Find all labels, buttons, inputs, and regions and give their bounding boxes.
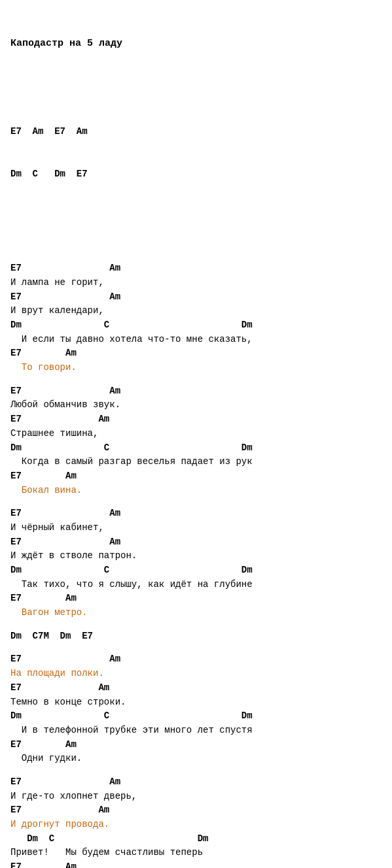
- verse-5-line-0: E7 Am: [10, 775, 382, 790]
- verse-2-line-5: Так тихо, что я слышу, как идёт на глуби…: [10, 578, 382, 592]
- verse-5-line-1: И где-то хлопнет дверь,: [10, 790, 382, 804]
- song-title: Каподастр на 5 ладу: [10, 36, 382, 51]
- verse-5-line-3: И дрогнут провода.: [10, 818, 382, 832]
- verse-3-line-0: Dm C7M Dm E7: [10, 629, 382, 644]
- verse-0-line-1: И лампа не горит,: [10, 276, 382, 290]
- verse-4-line-1: На площади полки.: [10, 667, 382, 681]
- verse-2-line-0: E7 Am: [10, 507, 382, 521]
- song-container: Каподастр на 5 ладу E7 Am E7 Am Dm C Dm …: [10, 8, 382, 868]
- verse-4-line-7: Одни гудки.: [10, 752, 382, 766]
- verse-0-line-0: E7 Am: [10, 261, 382, 276]
- verse-2-line-3: И ждёт в стволе патрон.: [10, 549, 382, 563]
- verse-5-line-5: Привет! Мы будем счастливы теперь: [10, 846, 382, 860]
- verse-4-line-2: E7 Am: [10, 681, 382, 695]
- intro-chord-line-1: E7 Am E7 Am: [10, 125, 382, 139]
- verse-2-line-1: И чёрный кабинет,: [10, 521, 382, 535]
- verse-0-line-7: То говори.: [10, 361, 382, 375]
- verse-1-line-4: Dm C Dm: [10, 441, 382, 456]
- verse-2-line-6: E7 Am: [10, 592, 382, 606]
- verse-gap-3: [10, 620, 382, 629]
- intro-chords: E7 Am E7 Am Dm C Dm E7: [10, 97, 382, 210]
- verse-gap-4: [10, 643, 382, 652]
- verse-4-line-0: E7 Am: [10, 652, 382, 667]
- verse-5-line-4: Dm C Dm: [10, 832, 382, 846]
- verses-container: E7 AmИ лампа не горит,E7 AmИ врут календ…: [10, 252, 382, 868]
- verse-4-line-6: E7 Am: [10, 738, 382, 752]
- verse-2-line-7: Вагон метро.: [10, 606, 382, 620]
- verse-2-line-4: Dm C Dm: [10, 563, 382, 578]
- verse-4-line-5: И в телефонной трубке эти много лет спус…: [10, 724, 382, 738]
- verse-0-line-2: E7 Am: [10, 290, 382, 305]
- verse-1-line-1: Любой обманчив звук.: [10, 398, 382, 412]
- verse-gap-1: [10, 375, 382, 384]
- intro-chord-line-2: Dm C Dm E7: [10, 167, 382, 182]
- verse-4-line-3: Темно в конце строки.: [10, 695, 382, 710]
- verse-1-line-2: E7 Am: [10, 412, 382, 427]
- verse-0-line-4: Dm C Dm: [10, 318, 382, 333]
- verse-gap-5: [10, 766, 382, 775]
- verse-1-line-7: Бокал вина.: [10, 484, 382, 498]
- verse-5-line-6: E7 Am: [10, 860, 382, 868]
- verse-4-line-4: Dm C Dm: [10, 709, 382, 724]
- verse-gap-0: [10, 252, 382, 261]
- verse-1-line-0: E7 Am: [10, 384, 382, 399]
- verse-5-line-2: E7 Am: [10, 803, 382, 818]
- verse-0-line-3: И врут календари,: [10, 304, 382, 318]
- verse-0-line-5: И если ты давно хотела что-то мне сказат…: [10, 333, 382, 347]
- verse-1-line-5: Когда в самый разгар веселья падает из р…: [10, 455, 382, 469]
- verse-gap-2: [10, 497, 382, 507]
- verse-0-line-6: E7 Am: [10, 346, 382, 361]
- verse-1-line-6: E7 Am: [10, 469, 382, 484]
- verse-1-line-3: Страшнее тишина,: [10, 427, 382, 441]
- verse-2-line-2: E7 Am: [10, 535, 382, 550]
